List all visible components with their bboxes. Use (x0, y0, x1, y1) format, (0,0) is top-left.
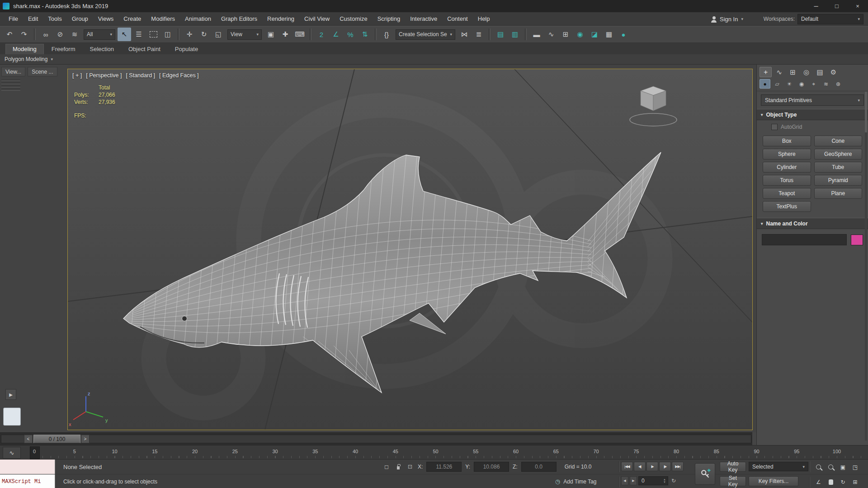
shapes-subtab-icon[interactable]: ▱ (772, 79, 783, 89)
cameras-subtab-icon[interactable]: ◉ (796, 79, 807, 89)
selection-lock-icon[interactable] (394, 463, 402, 471)
rendered-frame-window-icon[interactable]: ▦ (602, 28, 616, 41)
menu-item[interactable]: Help (473, 12, 495, 26)
key-filters-button[interactable]: Key Filters... (749, 476, 798, 486)
zoom-extents-icon[interactable]: ▣ (837, 462, 849, 472)
name-color-rollout-header[interactable]: ▾ Name and Color (757, 218, 868, 229)
field-of-view-icon[interactable]: ∠ (813, 477, 824, 487)
select-and-manipulate-icon[interactable]: ✚ (278, 28, 292, 41)
menu-item[interactable]: Civil View (299, 12, 335, 26)
perspective-viewport[interactable]: z x y [ + ][ Perspective ][ Standard ][ … (67, 69, 753, 430)
ribbon-tab[interactable]: Modeling (5, 44, 44, 54)
edit-named-selection-sets-icon[interactable]: {} (380, 28, 393, 41)
systems-subtab-icon[interactable]: ⊛ (833, 79, 844, 89)
maxscript-macro-recorder[interactable] (0, 460, 55, 474)
absolute-offset-mode-icon[interactable]: ⊡ (406, 463, 414, 471)
select-and-link-icon[interactable]: ∞ (39, 28, 52, 41)
object-type-rollout-header[interactable]: ▾ Object Type (757, 109, 868, 120)
set-key-button[interactable]: Set Key (720, 476, 746, 486)
menu-item[interactable]: File (4, 12, 23, 26)
selection-filter-dropdown[interactable]: All▾ (84, 29, 115, 40)
zoom-all-icon[interactable] (825, 462, 836, 472)
select-and-rotate-icon[interactable]: ↻ (197, 28, 211, 41)
sign-in-button[interactable]: Sign In ▾ (708, 14, 747, 24)
object-type-button[interactable]: Box (763, 136, 811, 146)
object-name-input[interactable] (762, 234, 847, 245)
hierarchy-tab-icon[interactable]: ⊞ (787, 67, 799, 77)
time-configuration-icon[interactable]: ↻ (670, 477, 678, 485)
menu-item[interactable]: Content (442, 12, 473, 26)
previous-frame-arrow[interactable]: < (24, 435, 33, 443)
named-selection-sets-combo[interactable]: Create Selection Se▾ (396, 29, 455, 40)
y-coordinate-field[interactable]: 10.086 (474, 462, 509, 472)
zoom-region-icon[interactable]: ◳ (849, 462, 861, 472)
x-coordinate-field[interactable]: 11.526 (426, 462, 462, 472)
undo-icon[interactable]: ↶ (3, 28, 16, 41)
keyboard-shortcut-override-icon[interactable]: ⌨ (293, 28, 307, 41)
zoom-icon[interactable] (813, 462, 824, 472)
next-frame-button[interactable]: |▶ (659, 462, 671, 471)
ribbon-tab[interactable]: Object Paint (122, 44, 167, 54)
polygon-modeling-strip[interactable]: Polygon Modeling ▾ (0, 54, 868, 65)
scene-explorer-tab[interactable]: Scene ... (28, 67, 57, 76)
object-type-button[interactable]: Plane (814, 188, 863, 199)
minimize-button[interactable]: ─ (806, 0, 826, 12)
rectangular-selection-region-icon[interactable] (146, 28, 160, 41)
window-crossing-icon[interactable]: ◫ (161, 28, 175, 41)
z-coordinate-field[interactable]: 0.0 (521, 462, 557, 472)
menu-item[interactable]: Modifiers (146, 12, 180, 26)
viewport-style-menu[interactable]: [ Standard ] (126, 72, 155, 79)
object-type-button[interactable]: Teapot (763, 188, 811, 199)
frame-spinner[interactable]: ▲▼ (662, 477, 667, 485)
previous-key-button[interactable]: ◀ (621, 476, 628, 485)
pan-hand-icon[interactable] (825, 477, 836, 487)
object-type-button[interactable]: Sphere (763, 149, 811, 160)
orbit-icon[interactable]: ↻ (837, 477, 849, 487)
maxscript-mini-listener[interactable]: MAXScript Mi (0, 474, 55, 488)
go-to-start-button[interactable]: |◀◀ (621, 462, 633, 471)
snaps-toggle-icon[interactable]: 2 (315, 28, 328, 41)
menu-item[interactable]: Edit (23, 12, 43, 26)
menu-item[interactable]: Customize (335, 12, 372, 26)
create-tab-icon[interactable]: ＋ (760, 67, 772, 77)
workspace-dropdown[interactable]: Default ▾ (797, 14, 863, 24)
angle-snap-icon[interactable]: ∠ (329, 28, 343, 41)
close-button[interactable]: × (847, 0, 868, 12)
menu-item[interactable]: Rendering (262, 12, 299, 26)
schematic-view-icon[interactable]: ⊞ (559, 28, 572, 41)
reference-coordinate-system-dropdown[interactable]: View▾ (227, 29, 262, 40)
go-to-end-button[interactable]: ▶▶| (672, 462, 684, 471)
toggle-layer-explorer-icon[interactable]: ▥ (508, 28, 522, 41)
object-type-button[interactable]: Tube (814, 162, 863, 173)
previous-frame-button[interactable]: ◀| (634, 462, 646, 471)
menu-item[interactable]: Create (118, 12, 146, 26)
utilities-tab-icon[interactable]: ⚙ (827, 67, 840, 77)
set-keys-button[interactable] (695, 463, 715, 485)
ribbon-tab[interactable]: Freeform (45, 44, 82, 54)
dock-grip[interactable] (1, 79, 20, 91)
select-by-name-icon[interactable]: ☰ (132, 28, 146, 41)
spinner-snap-icon[interactable]: ⇅ (358, 28, 372, 41)
object-type-button[interactable]: GeoSphere (814, 149, 863, 160)
key-mode-dropdown[interactable]: Selected ▾ (749, 462, 808, 471)
align-icon[interactable]: ≣ (472, 28, 486, 41)
mirror-icon[interactable]: ⋈ (458, 28, 471, 41)
auto-key-button[interactable]: Auto Key (720, 462, 746, 472)
select-and-scale-icon[interactable]: ◱ (212, 28, 225, 41)
viewport-layout-tab[interactable]: View... (1, 67, 25, 76)
object-type-button[interactable]: Pyramid (814, 175, 863, 186)
toggle-ribbon-icon[interactable]: ▬ (530, 28, 543, 41)
redo-icon[interactable]: ↷ (17, 28, 31, 41)
menu-item[interactable]: Graph Editors (216, 12, 262, 26)
maximize-viewport-toggle-icon[interactable]: ⊞ (849, 477, 861, 487)
select-and-move-icon[interactable]: ✛ (183, 28, 196, 41)
space-warps-subtab-icon[interactable]: ≋ (821, 79, 831, 89)
current-frame-field[interactable]: 0 ▲▼ (638, 476, 668, 485)
menu-item[interactable]: Scripting (373, 12, 406, 26)
viewport-layout-thumbnail[interactable] (3, 408, 21, 426)
menu-item[interactable]: Tools (43, 12, 66, 26)
bind-to-space-warp-icon[interactable]: ≋ (68, 28, 81, 41)
viewport-pov-menu[interactable]: [ Perspective ] (86, 72, 122, 79)
motion-tab-icon[interactable]: ◎ (800, 67, 812, 77)
command-panel-scrollbar[interactable] (865, 92, 867, 441)
